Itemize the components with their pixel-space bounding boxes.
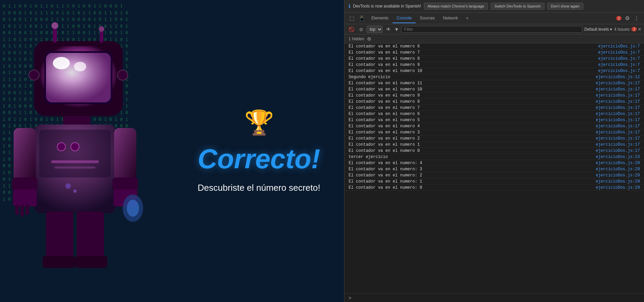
default-levels-button[interactable]: Default levels ▾ (584, 27, 612, 32)
console-row: El contador va en el numero 5ejercicioDo… (344, 117, 644, 123)
svg-rect-7 (14, 128, 36, 183)
filter-input[interactable] (401, 26, 582, 33)
svg-point-4 (71, 143, 79, 151)
tab-console[interactable]: Console (393, 14, 416, 23)
svg-point-24 (53, 57, 70, 69)
console-source-link[interactable]: ejercicioDos.js:7 (598, 56, 640, 61)
console-source-link[interactable]: ejercicioDos.js:17 (596, 136, 640, 141)
issues-count-badge: 2 (631, 27, 637, 31)
console-source-link[interactable]: ejercicioDos.js:29 (596, 179, 640, 184)
svg-point-30 (29, 70, 39, 80)
svg-rect-8 (12, 177, 37, 191)
tab-more[interactable]: » (462, 14, 473, 23)
tab-sources[interactable]: Sources (416, 14, 439, 23)
svg-point-32 (65, 183, 71, 189)
console-source-link[interactable]: ejercicioDos.js:12 (596, 75, 640, 80)
switch-to-spanish-button[interactable]: Switch DevTools to Spanish (491, 3, 545, 10)
console-source-link[interactable]: ejercicioDos.js:29 (596, 167, 640, 172)
console-message: El contador va en el numero 9 (349, 93, 420, 98)
console-source-link[interactable]: ejercicioDos.js:17 (596, 87, 640, 92)
clear-console-button[interactable]: 🚫 (347, 26, 356, 33)
console-source-link[interactable]: ejercicioDos.js:17 (596, 93, 640, 98)
hidden-settings-icon[interactable]: ⚙ (367, 36, 371, 42)
console-source-link[interactable]: ejercicioDos.js:7 (598, 62, 640, 67)
console-row: El contador va en el numero: 2ejercicioD… (344, 172, 644, 178)
console-row: El contador va en el numero 3ejercicioDo… (344, 129, 644, 135)
console-source-link[interactable]: ejercicioDos.js:17 (596, 81, 640, 86)
console-output[interactable]: El contador va en el numero 6ejercicioDo… (344, 43, 644, 293)
match-language-button[interactable]: Always match Chrome's language (424, 3, 488, 10)
svg-rect-17 (77, 212, 104, 259)
console-message: El contador va en el numero 7 (349, 50, 420, 55)
console-row: El contador va en el numero 9ejercicioDo… (344, 62, 644, 68)
left-panel: 0 1 1 0 0 1 0 1 1 0 1 1 1 0 1 0 0 1 1 0 … (0, 0, 344, 302)
console-message: El contador va en el numero: 4 (349, 161, 422, 166)
inspect-mode-button[interactable]: ⬚ (347, 14, 356, 23)
settings-button[interactable]: ⚙ (623, 14, 632, 23)
console-row: El contador va en el numero 6ejercicioDo… (344, 43, 644, 49)
console-source-link[interactable]: ejercicioDos.js:29 (596, 185, 640, 190)
language-notification: ℹ DevTools is now available in Spanish! … (344, 0, 644, 13)
console-source-link[interactable]: ejercicioDos.js:17 (596, 105, 640, 110)
svg-point-35 (127, 200, 139, 217)
console-source-link[interactable]: ejercicioDos.js:29 (596, 161, 640, 166)
console-source-link[interactable]: ejercicioDos.js:17 (596, 124, 640, 129)
console-row: tercer ejercicioejercicioDos.js:23 (344, 154, 644, 160)
console-message: El contador va en el numero 5 (349, 118, 420, 123)
console-message: El contador va en el numero 2 (349, 136, 420, 141)
svg-rect-11 (20, 205, 24, 217)
console-source-link[interactable]: ejercicioDos.js:7 (598, 44, 640, 49)
console-source-link[interactable]: ejercicioDos.js:23 (596, 155, 640, 159)
svg-rect-2 (39, 130, 111, 177)
console-source-link[interactable]: ejercicioDos.js:17 (596, 118, 640, 123)
console-row: El contador va en el numero 8ejercicioDo… (344, 56, 644, 62)
svg-rect-12 (26, 204, 29, 215)
console-source-link[interactable]: ejercicioDos.js:17 (596, 112, 640, 116)
svg-point-3 (57, 143, 65, 151)
console-message: El contador va en el numero 8 (349, 56, 420, 61)
tab-network[interactable]: Network (439, 14, 462, 23)
tab-elements[interactable]: Elements (367, 14, 393, 23)
svg-rect-26 (53, 27, 57, 43)
console-message: El contador va en el numero 11 (349, 81, 422, 86)
console-source-link[interactable]: ejercicioDos.js:29 (596, 173, 640, 178)
console-message: El contador va en el numero 7 (349, 105, 420, 110)
console-source-link[interactable]: ejercicioDos.js:7 (598, 50, 640, 55)
console-message: Segundo ejercicio (349, 75, 390, 80)
console-row: El contador va en el numero 4ejercicioDo… (344, 123, 644, 129)
info-icon: ℹ (349, 3, 350, 9)
devtools-panel: ℹ DevTools is now available in Spanish! … (344, 0, 644, 302)
console-row: El contador va en el numero 1ejercicioDo… (344, 142, 644, 148)
console-message: El contador va en el numero: 0 (349, 185, 422, 190)
console-row: El contador va en el numero 6ejercicioDo… (344, 111, 644, 117)
console-row: El contador va en el numero: 1ejercicioD… (344, 178, 644, 185)
correcto-text: Correcto! (191, 143, 327, 174)
console-row: El contador va en el numero 2ejercicioDo… (344, 135, 644, 142)
dont-show-again-button[interactable]: Don't show again (547, 3, 583, 10)
console-message: El contador va en el numero 3 (349, 130, 420, 135)
console-source-link[interactable]: ejercicioDos.js:17 (596, 130, 640, 135)
console-row: El contador va en el numero: 0ejercicioD… (344, 185, 644, 191)
more-options-button[interactable]: ⋮ (632, 14, 641, 23)
svg-rect-19 (75, 256, 107, 268)
console-row: El contador va en el numero 10ejercicioD… (344, 86, 644, 92)
close-issues[interactable]: ✕ (638, 27, 641, 32)
robot-area (0, 0, 167, 302)
console-source-link[interactable]: ejercicioDos.js:7 (598, 69, 640, 73)
trophy-icon: 🏆 (191, 108, 327, 136)
console-row: El contador va en el numero 11ejercicioD… (344, 80, 644, 86)
console-row: El contador va en el numero 7ejercicioDo… (344, 105, 644, 111)
console-input[interactable] (354, 296, 640, 300)
eye-button[interactable]: 👁 (385, 26, 392, 33)
context-selector[interactable]: top (367, 26, 383, 33)
device-toolbar-button[interactable]: 📱 (356, 14, 367, 23)
svg-rect-18 (43, 256, 75, 268)
console-source-link[interactable]: ejercicioDos.js:17 (596, 148, 640, 153)
notification-text: DevTools is now available in Spanish! (353, 4, 421, 9)
console-source-link[interactable]: ejercicioDos.js:17 (596, 142, 640, 147)
filter-icon: ▼ (394, 27, 399, 32)
svg-rect-9 (13, 189, 37, 206)
console-filter-toggle[interactable]: ⊘ (358, 26, 365, 33)
console-source-link[interactable]: ejercicioDos.js:17 (596, 99, 640, 104)
svg-rect-13 (114, 128, 136, 183)
